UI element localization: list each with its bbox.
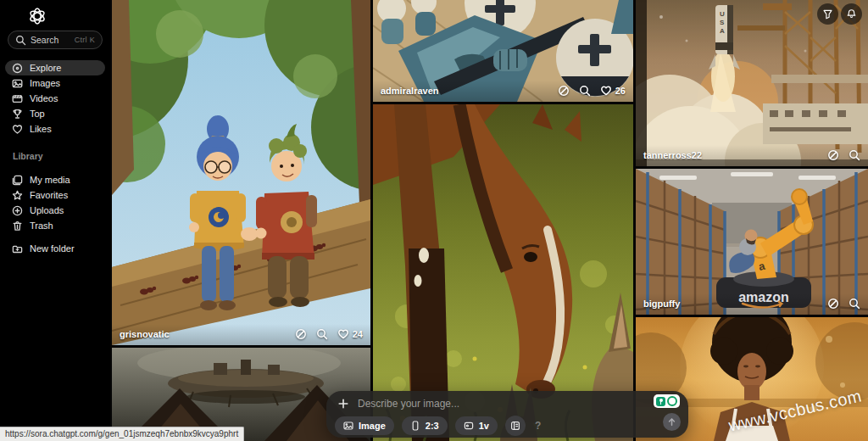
like-count: 26 bbox=[615, 86, 626, 96]
tile-footer: tannerross22 bbox=[636, 145, 868, 166]
gallery-actions bbox=[817, 3, 862, 25]
trophy-icon bbox=[12, 109, 23, 120]
notifications-button[interactable] bbox=[841, 3, 862, 25]
tile-username[interactable]: admiralraven bbox=[381, 86, 438, 96]
tile-footer: bigpuffy bbox=[636, 293, 868, 315]
tile-footer: admiralraven 26 bbox=[373, 81, 633, 102]
media-type-button[interactable]: Image bbox=[335, 416, 394, 435]
gallery-tile-rocket-launch[interactable]: U S A tannerross22 bbox=[636, 0, 868, 166]
trash-icon bbox=[12, 220, 23, 232]
sidebar-item-images[interactable]: Images bbox=[5, 75, 105, 91]
openai-logo-icon[interactable] bbox=[28, 7, 47, 25]
prompt-composer: Describe your image... Image 2:3 1v ? bbox=[326, 391, 688, 438]
gallery-tile-cartoon-kids[interactable]: grisnovatic 24 bbox=[112, 0, 370, 345]
new-folder-label: New folder bbox=[30, 241, 75, 256]
sidebar-item-uploads[interactable]: Uploads bbox=[5, 203, 105, 218]
sidebar-item-favorites[interactable]: Favorites bbox=[5, 187, 105, 203]
like-button[interactable]: 24 bbox=[337, 328, 363, 340]
circle-slash-icon[interactable] bbox=[295, 328, 307, 340]
filter-button[interactable] bbox=[817, 3, 838, 25]
star-icon bbox=[12, 190, 23, 201]
search-similar-icon[interactable] bbox=[849, 149, 860, 161]
image-icon bbox=[343, 421, 353, 431]
sidebar-item-label: Uploads bbox=[30, 203, 64, 218]
like-button[interactable]: 26 bbox=[600, 85, 626, 97]
extension-ring-icon[interactable] bbox=[667, 396, 677, 406]
sidebar-item-my-media[interactable]: My media bbox=[5, 172, 105, 187]
prompt-input[interactable]: Describe your image... bbox=[358, 398, 676, 410]
circle-slash-icon[interactable] bbox=[558, 85, 570, 97]
new-folder-button[interactable]: New folder bbox=[5, 241, 105, 256]
tile-username[interactable]: bigpuffy bbox=[643, 299, 680, 309]
search-label: Search bbox=[31, 35, 58, 45]
sidebar-item-label: Videos bbox=[30, 91, 58, 106]
presets-card-icon bbox=[510, 421, 520, 431]
arrow-up-icon bbox=[667, 417, 676, 427]
bell-icon bbox=[846, 8, 857, 20]
plus-circle-icon bbox=[12, 205, 23, 216]
help-button[interactable]: ? bbox=[535, 420, 541, 432]
sidebar-item-label: Explore bbox=[30, 60, 61, 75]
sidebar-item-trash[interactable]: Trash bbox=[5, 218, 105, 233]
gallery-tile-blue-knights[interactable]: admiralraven 26 bbox=[373, 0, 633, 102]
search-similar-icon[interactable] bbox=[316, 328, 328, 340]
like-count: 24 bbox=[353, 329, 363, 339]
submit-button[interactable] bbox=[663, 413, 681, 431]
sidebar-item-label: Images bbox=[30, 75, 60, 91]
library-header: Library bbox=[13, 151, 110, 161]
explore-gallery: grisnovatic 24 bbox=[110, 0, 868, 441]
link-preview-statusbar: https://sora.chatgpt.com/g/gen_01jsmzeqh… bbox=[0, 427, 244, 441]
heart-icon bbox=[12, 124, 23, 135]
tile-username[interactable]: grisnovatic bbox=[120, 329, 170, 339]
variations-label: 1v bbox=[479, 421, 489, 431]
gallery-tile-warehouse-robot[interactable]: a amazon bigpuffy bbox=[636, 169, 868, 315]
search-similar-icon[interactable] bbox=[579, 85, 591, 97]
heart-icon bbox=[600, 85, 612, 97]
sidebar-item-label: Top bbox=[30, 106, 45, 121]
circle-slash-icon[interactable] bbox=[827, 298, 839, 310]
tile-footer: grisnovatic 24 bbox=[112, 324, 370, 345]
search-input[interactable]: Search Ctrl K bbox=[8, 31, 103, 49]
circle-slash-icon[interactable] bbox=[827, 149, 839, 161]
sidebar: Search Ctrl K Explore Images Videos bbox=[0, 0, 110, 441]
video-icon bbox=[12, 93, 23, 104]
sidebar-item-label: Favorites bbox=[30, 187, 68, 203]
sidebar-item-label: Trash bbox=[30, 218, 53, 233]
sidebar-item-likes[interactable]: Likes bbox=[5, 121, 105, 137]
main-nav: Explore Images Videos Top bbox=[0, 60, 110, 137]
sidebar-item-label: Likes bbox=[30, 121, 52, 137]
image-icon bbox=[12, 78, 23, 89]
compass-icon bbox=[12, 63, 23, 74]
sidebar-item-videos[interactable]: Videos bbox=[5, 91, 105, 106]
photos-icon bbox=[12, 175, 23, 186]
extension-pin-icon[interactable] bbox=[656, 397, 665, 406]
tile-username[interactable]: tannerross22 bbox=[643, 150, 702, 160]
search-shortcut: Ctrl K bbox=[75, 36, 95, 44]
variations-button[interactable]: 1v bbox=[455, 416, 498, 435]
library-nav: My media Favorites Uploads Trash bbox=[0, 172, 110, 233]
sidebar-item-label: My media bbox=[30, 172, 70, 187]
presets-button[interactable] bbox=[505, 416, 526, 436]
aspect-ratio-button[interactable]: 2:3 bbox=[402, 416, 448, 435]
variation-frame-icon bbox=[464, 421, 474, 431]
media-type-label: Image bbox=[359, 421, 386, 431]
sidebar-item-top[interactable]: Top bbox=[5, 106, 105, 121]
rocket-launch-artwork: U S A bbox=[636, 0, 868, 166]
browser-extension-badges[interactable] bbox=[654, 394, 680, 408]
heart-icon bbox=[337, 328, 349, 340]
new-folder-nav: New folder bbox=[0, 241, 110, 256]
sidebar-item-explore[interactable]: Explore bbox=[5, 60, 105, 75]
folder-plus-icon bbox=[12, 243, 23, 254]
portrait-phone-icon bbox=[410, 421, 420, 431]
search-similar-icon[interactable] bbox=[849, 298, 860, 310]
search-icon bbox=[15, 35, 26, 46]
cartoon-kids-artwork bbox=[112, 0, 370, 345]
aspect-ratio-label: 2:3 bbox=[426, 421, 439, 431]
filter-icon bbox=[822, 8, 833, 20]
add-attachment-button[interactable] bbox=[338, 399, 348, 409]
